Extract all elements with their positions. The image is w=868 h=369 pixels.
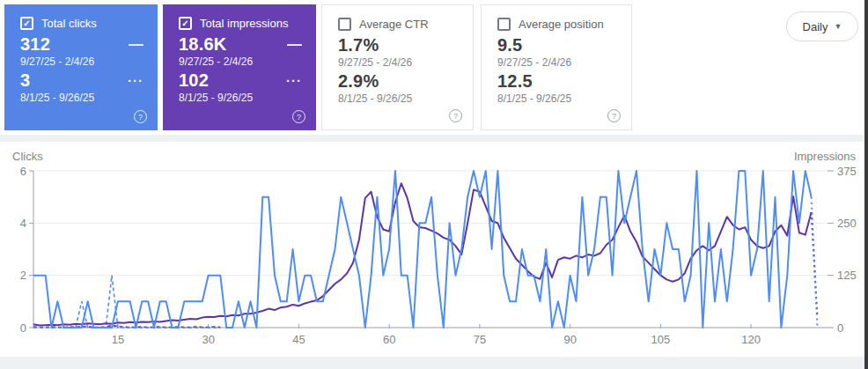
metric-card-average-position[interactable]: Average position 9.5 9/27/25 - 2/4/26 12… — [481, 4, 632, 130]
dotted-line-legend-icon: ··· — [286, 73, 302, 88]
x-axis-tick-label: 105 — [651, 333, 671, 346]
help-icon[interactable]: ? — [292, 110, 305, 123]
checkbox-checked-icon[interactable]: ✓ — [179, 17, 192, 30]
x-axis-tick-label: 15 — [112, 333, 124, 346]
left-axis-tick-label: 4 — [20, 217, 26, 230]
metric-card-total-clicks[interactable]: ✓ Total clicks 312 — 9/27/25 - 2/4/26 3 … — [4, 4, 158, 130]
section-divider — [0, 135, 868, 142]
current-range: 9/27/25 - 2/4/26 — [20, 55, 145, 68]
previous-value: 2.9% — [338, 71, 379, 92]
right-axis-tick-label: 250 — [837, 217, 857, 230]
left-axis-tick-label: 0 — [20, 321, 26, 335]
previous-value: 102 — [179, 70, 209, 91]
granularity-dropdown[interactable]: Daily ▼ — [786, 11, 858, 41]
metric-cards-row: ✓ Total clicks 312 — 9/27/25 - 2/4/26 3 … — [0, 0, 868, 135]
help-icon[interactable]: ? — [134, 110, 147, 123]
previous-range: 8/1/25 - 9/26/25 — [20, 92, 145, 104]
previous-value: 12.5 — [497, 71, 533, 92]
window-edge — [864, 0, 868, 369]
checkbox-unchecked-icon[interactable] — [497, 18, 511, 31]
x-axis-tick-label: 75 — [474, 333, 486, 346]
right-axis-tick-label: 375 — [837, 165, 857, 178]
current-range: 9/27/25 - 2/4/26 — [338, 56, 460, 69]
clicks-current-line — [33, 171, 812, 328]
checkbox-checked-icon[interactable]: ✓ — [20, 17, 33, 30]
current-value: 1.7% — [338, 35, 379, 55]
metric-card-total-impressions[interactable]: ✓ Total impressions 18.6K — 9/27/25 - 2/… — [163, 4, 316, 130]
granularity-label: Daily — [803, 20, 828, 33]
card-label: Average position — [519, 18, 604, 31]
caret-down-icon: ▼ — [834, 22, 842, 31]
help-icon[interactable]: ? — [607, 109, 621, 122]
checkbox-unchecked-icon[interactable] — [338, 18, 351, 31]
help-icon[interactable]: ? — [449, 109, 462, 122]
dotted-line-legend-icon: ··· — [128, 73, 143, 88]
solid-line-legend-icon: — — [287, 36, 302, 54]
right-axis-tick-label: 125 — [837, 269, 857, 282]
impressions-current-incomplete-segment — [812, 212, 818, 317]
current-range: 9/27/25 - 2/4/26 — [179, 55, 304, 68]
current-value: 312 — [20, 34, 50, 55]
performance-chart-svg: 63754250212500ClicksImpressions153045607… — [0, 142, 868, 357]
previous-range: 8/1/25 - 9/26/25 — [338, 92, 460, 105]
card-label: Average CTR — [359, 18, 429, 31]
current-value: 18.6K — [179, 34, 226, 55]
left-axis-title: Clicks — [12, 150, 43, 163]
right-axis-tick-label: 0 — [837, 321, 843, 335]
x-axis-tick-label: 60 — [383, 333, 395, 346]
x-axis-tick-label: 90 — [563, 333, 576, 346]
performance-chart: 63754250212500ClicksImpressions153045607… — [0, 142, 868, 357]
solid-line-legend-icon: — — [129, 36, 143, 54]
left-axis-tick-label: 6 — [20, 165, 26, 178]
x-axis-tick-label: 45 — [292, 333, 305, 346]
left-axis-tick-label: 2 — [20, 269, 26, 282]
current-value: 9.5 — [497, 35, 522, 55]
x-axis-tick-label: 30 — [202, 333, 214, 346]
card-label: Total clicks — [41, 18, 97, 30]
card-label: Total impressions — [200, 18, 288, 30]
previous-value: 3 — [20, 70, 30, 91]
x-axis-tick-label: 120 — [741, 333, 761, 346]
previous-range: 8/1/25 - 9/26/25 — [179, 92, 304, 104]
right-axis-title: Impressions — [794, 150, 857, 163]
clicks-current-incomplete-segment — [812, 197, 818, 328]
previous-range: 8/1/25 - 9/26/25 — [497, 92, 619, 105]
current-range: 9/27/25 - 2/4/26 — [497, 56, 619, 69]
metric-card-average-ctr[interactable]: Average CTR 1.7% 9/27/25 - 2/4/26 2.9% 8… — [321, 4, 474, 130]
